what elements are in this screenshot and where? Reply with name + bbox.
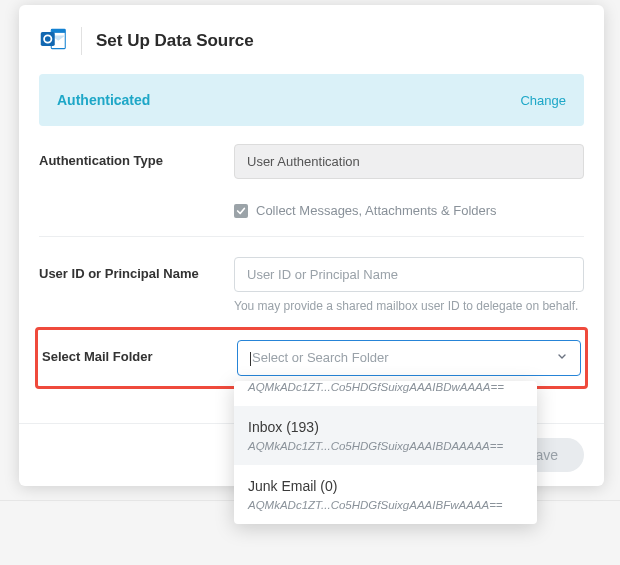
auth-type-label: Authentication Type (39, 144, 234, 168)
auth-type-value: User Authentication (234, 144, 584, 179)
user-id-row: User ID or Principal Name You may provid… (19, 257, 604, 315)
dropdown-item[interactable]: Inbox (193) AQMkADc1ZT...Co5HDGfSuixgAAA… (234, 406, 537, 465)
modal-title: Set Up Data Source (96, 31, 254, 51)
svg-rect-2 (41, 32, 55, 46)
user-id-hint: You may provide a shared mailbox user ID… (234, 298, 584, 315)
mail-folder-placeholder: Select or Search Folder (252, 350, 389, 365)
folder-dropdown[interactable]: AQMkADc1ZT...Co5HDGfSuixgAAAIBDwAAAA== I… (234, 381, 537, 524)
modal-header: Set Up Data Source (19, 5, 604, 74)
auth-change-link[interactable]: Change (520, 93, 566, 108)
auth-status: Authenticated (57, 92, 150, 108)
outlook-icon (39, 25, 81, 56)
text-cursor (250, 352, 251, 366)
highlight-box: Select Mail Folder Select or Search Fold… (35, 327, 588, 389)
header-divider (81, 27, 82, 55)
checkbox-checked-icon[interactable] (234, 204, 248, 218)
auth-banner: Authenticated Change (39, 74, 584, 126)
mail-folder-label: Select Mail Folder (42, 340, 237, 364)
section-divider (39, 236, 584, 237)
user-id-input[interactable] (234, 257, 584, 292)
chevron-down-icon[interactable] (556, 351, 568, 366)
collect-checkbox-label: Collect Messages, Attachments & Folders (256, 203, 497, 218)
dropdown-item-id: AQMkADc1ZT...Co5HDGfSuixgAAAIBDAAAAA== (248, 440, 523, 452)
dropdown-item-label: Junk Email (0) (248, 478, 523, 494)
dropdown-item[interactable]: Junk Email (0) AQMkADc1ZT...Co5HDGfSuixg… (234, 465, 537, 524)
mail-folder-select[interactable]: Select or Search Folder (237, 340, 581, 376)
collect-checkbox-row[interactable]: Collect Messages, Attachments & Folders (19, 191, 604, 236)
dropdown-item[interactable]: AQMkADc1ZT...Co5HDGfSuixgAAAIBDwAAAA== (234, 381, 537, 406)
auth-type-row: Authentication Type User Authentication (19, 144, 604, 179)
dropdown-item-id: AQMkADc1ZT...Co5HDGfSuixgAAAIBFwAAAA== (248, 499, 523, 511)
dropdown-item-label: Inbox (193) (248, 419, 523, 435)
user-id-label: User ID or Principal Name (39, 257, 234, 281)
dropdown-item-id: AQMkADc1ZT...Co5HDGfSuixgAAAIBDwAAAA== (248, 381, 523, 393)
mail-folder-row: Select Mail Folder Select or Search Fold… (42, 340, 581, 376)
